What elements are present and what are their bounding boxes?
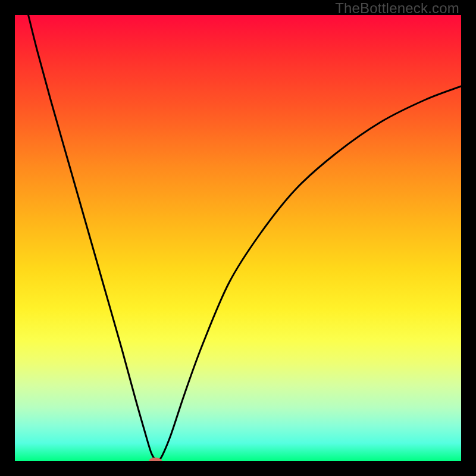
watermark-text: TheBottleneck.com xyxy=(335,0,459,17)
bottleneck-chart xyxy=(15,15,461,461)
bottleneck-curve xyxy=(29,15,462,461)
